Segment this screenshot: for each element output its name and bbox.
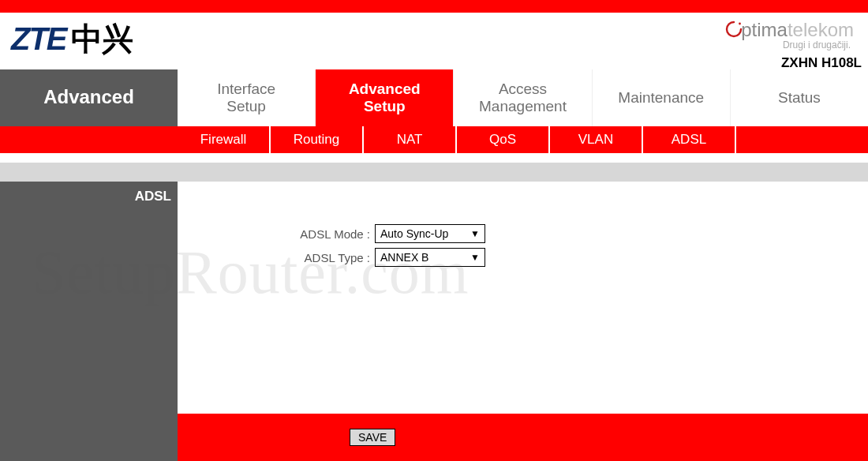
content-body: ADSL ADSL Mode : Auto Sync-Up ▼ ADSL Typ…: [0, 182, 868, 414]
footer-left: [0, 414, 178, 461]
tab-label-line1: Interface: [217, 81, 275, 98]
tab-label-line1: Advanced: [349, 81, 421, 98]
tab-status[interactable]: Status: [730, 69, 868, 126]
sidebar: ADSL: [0, 182, 178, 414]
sub-nav-items: Firewall Routing NAT QoS VLAN ADSL: [178, 126, 868, 153]
save-button[interactable]: SAVE: [350, 429, 395, 446]
subnav-nat[interactable]: NAT: [364, 126, 457, 153]
zte-logo-cn: 中兴: [71, 17, 133, 61]
header-row: ZTE 中兴 ptima telekom Drugi i drugačiji. …: [0, 13, 868, 69]
optima-text-1: ptima: [741, 19, 788, 41]
chevron-down-icon: ▼: [470, 252, 480, 263]
footer-bar: SAVE: [0, 414, 868, 461]
tab-access-management[interactable]: Access Management: [453, 69, 591, 126]
tab-advanced-setup[interactable]: Advanced Setup: [315, 69, 453, 126]
adsl-mode-row: ADSL Mode : Auto Sync-Up ▼: [178, 223, 868, 245]
tab-label-line1: Status: [778, 89, 821, 107]
main-nav: Advanced Interface Setup Advanced Setup …: [0, 69, 868, 126]
subnav-vlan[interactable]: VLAN: [550, 126, 643, 153]
subnav-adsl[interactable]: ADSL: [643, 126, 736, 153]
tabs: Interface Setup Advanced Setup Access Ma…: [178, 69, 868, 126]
zte-logo-en: ZTE: [11, 21, 66, 57]
right-brand: ptima telekom Drugi i drugačiji.: [725, 17, 860, 51]
zte-logo: ZTE 中兴: [11, 17, 133, 61]
tab-label-line1: Maintenance: [618, 89, 704, 107]
form-area: ADSL Mode : Auto Sync-Up ▼ ADSL Type : A…: [178, 182, 868, 414]
model-number: ZXHN H108L: [781, 55, 862, 71]
adsl-type-select[interactable]: ANNEX B ▼: [375, 248, 485, 267]
optima-logo: ptima telekom: [725, 19, 854, 41]
gray-strip: [0, 163, 868, 182]
brand-tagline: Drugi i drugačiji.: [783, 39, 854, 51]
adsl-mode-value: Auto Sync-Up: [380, 227, 448, 240]
adsl-type-label: ADSL Type :: [178, 251, 375, 264]
subnav-firewall[interactable]: Firewall: [178, 126, 271, 153]
adsl-mode-select[interactable]: Auto Sync-Up ▼: [375, 224, 485, 243]
page-title: Advanced: [0, 69, 178, 126]
subnav-routing[interactable]: Routing: [271, 126, 364, 153]
adsl-mode-label: ADSL Mode :: [178, 227, 375, 241]
tab-interface-setup[interactable]: Interface Setup: [178, 69, 315, 126]
sidebar-section-title: ADSL: [0, 182, 178, 212]
sub-nav: Firewall Routing NAT QoS VLAN ADSL: [0, 126, 868, 153]
optima-ring-icon: [725, 19, 743, 41]
tab-maintenance[interactable]: Maintenance: [592, 69, 730, 126]
subnav-qos[interactable]: QoS: [457, 126, 550, 153]
adsl-type-value: ANNEX B: [380, 251, 428, 264]
sub-nav-spacer: [0, 126, 178, 153]
optima-text-2: telekom: [788, 19, 854, 41]
chevron-down-icon: ▼: [470, 228, 480, 239]
tab-label-line1: Access: [499, 81, 547, 98]
tab-label-line2: Setup: [226, 98, 266, 115]
tab-label-line2: Setup: [364, 98, 406, 115]
footer-right: SAVE: [178, 414, 868, 461]
top-red-bar: [0, 0, 868, 13]
adsl-type-row: ADSL Type : ANNEX B ▼: [178, 246, 868, 268]
gap-strip: [0, 153, 868, 163]
tab-label-line2: Management: [479, 98, 567, 115]
